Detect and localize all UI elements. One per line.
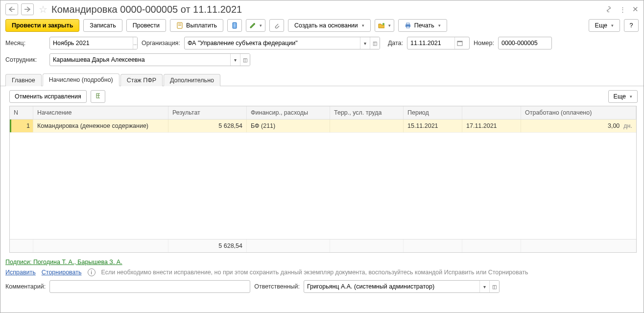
cancel-corrections-button[interactable]: Отменить исправления <box>9 90 87 103</box>
employee-input[interactable] <box>50 54 230 66</box>
doc-icon-button[interactable] <box>227 19 242 32</box>
number-label: Номер: <box>474 40 494 47</box>
comment-label: Комментарий: <box>5 283 46 290</box>
print-button[interactable]: Печать ▾ <box>398 19 447 32</box>
org-label: Организация: <box>142 40 180 47</box>
kebab-menu-icon[interactable]: ⋮ <box>620 6 625 13</box>
page-title: Командировка 0000-000005 от 11.11.2021 <box>51 4 242 15</box>
cell-period-to: 17.11.2021 <box>462 120 521 132</box>
create-based-on-button[interactable]: Создать на основании ▾ <box>288 19 371 32</box>
col-period-to[interactable] <box>462 106 521 119</box>
employee-label: Сотрудник: <box>5 56 46 63</box>
col-period-from[interactable]: Период <box>404 106 462 119</box>
post-button[interactable]: Провести <box>126 19 166 32</box>
nav-forward-button[interactable] <box>21 3 34 15</box>
org-dropdown-button[interactable]: ▾ <box>360 37 370 49</box>
svg-rect-14 <box>457 41 462 42</box>
info-icon: i <box>88 268 95 276</box>
svg-rect-12 <box>406 26 409 28</box>
hint-text: Если необходимо внести исправление, но п… <box>101 269 528 276</box>
nav-back-button[interactable] <box>5 3 18 15</box>
table-settings-button[interactable] <box>91 90 105 103</box>
folder-gear-icon <box>378 22 384 29</box>
responsible-dropdown-button[interactable]: ▾ <box>479 281 489 292</box>
table-add-icon <box>96 93 100 100</box>
col-finance[interactable]: Финансир., расходы <box>247 106 330 119</box>
tab-more-button[interactable]: Еще ▾ <box>608 90 638 103</box>
calendar-icon <box>457 40 463 46</box>
save-button[interactable]: Записать <box>83 19 122 32</box>
col-worked[interactable]: Отработано (оплачено) <box>521 106 636 119</box>
org-open-button[interactable]: ◫ <box>370 37 380 49</box>
responsible-input[interactable] <box>304 281 479 292</box>
favorite-star-icon[interactable]: ☆ <box>39 3 48 15</box>
arrow-right-icon <box>24 7 30 12</box>
link-icon[interactable] <box>605 5 613 13</box>
printer-icon <box>405 22 411 29</box>
number-input[interactable] <box>499 37 551 49</box>
document-pay-icon <box>176 22 183 29</box>
accruals-table: N Начисление Результат Финансир., расход… <box>9 106 637 253</box>
month-input[interactable] <box>50 37 133 49</box>
pay-button[interactable]: Выплатить <box>170 19 223 32</box>
date-calendar-button[interactable] <box>454 37 464 49</box>
more-button[interactable]: Еще ▾ <box>589 19 620 32</box>
svg-rect-11 <box>406 23 409 24</box>
col-accrual[interactable]: Начисление <box>33 106 168 119</box>
footer-result-total: 5 628,54 <box>168 240 247 252</box>
col-terr[interactable]: Терр., усл. труда <box>330 106 404 119</box>
table-row[interactable]: 1 Командировка (денежное содержание) 5 6… <box>10 120 636 133</box>
cell-accrual: Командировка (денежное содержание) <box>33 120 168 132</box>
attach-icon-button[interactable] <box>269 19 284 32</box>
month-label: Месяц: <box>5 40 46 47</box>
cell-result: 5 628,54 <box>168 120 247 132</box>
date-input[interactable] <box>407 37 454 49</box>
help-button[interactable]: ? <box>624 19 639 32</box>
employee-open-button[interactable]: ◫ <box>240 54 250 66</box>
close-icon[interactable]: ✕ <box>632 5 639 14</box>
tab-extra[interactable]: Дополнительно <box>164 74 220 86</box>
cell-worked: 3,00 дн. <box>521 120 636 132</box>
comment-input[interactable] <box>50 281 250 292</box>
signatures-link[interactable]: Подписи: Погодина Т. А., Барышева З. А. <box>5 259 122 265</box>
document-icon <box>231 22 238 29</box>
svg-point-9 <box>382 23 384 25</box>
folder-icon-button[interactable]: ▾ <box>375 19 394 32</box>
edit-icon-button[interactable]: ▾ <box>246 19 265 32</box>
tab-accruals[interactable]: Начислено (подробно) <box>43 73 119 86</box>
employee-dropdown-button[interactable]: ▾ <box>230 54 240 66</box>
post-and-close-button[interactable]: Провести и закрыть <box>5 19 79 32</box>
col-n[interactable]: N <box>10 106 33 119</box>
tab-pfr[interactable]: Стаж ПФР <box>120 74 163 86</box>
cell-terr <box>330 120 404 132</box>
cell-finance: БФ (211) <box>247 120 330 132</box>
fix-link[interactable]: Исправить <box>5 269 36 276</box>
month-ellipsis-button[interactable]: … <box>133 37 138 49</box>
cell-n: 1 <box>10 120 33 132</box>
org-input[interactable] <box>185 37 360 49</box>
col-result[interactable]: Результат <box>168 106 247 119</box>
tab-main[interactable]: Главное <box>5 74 42 86</box>
pencil-icon <box>249 22 256 29</box>
arrow-left-icon <box>9 7 15 12</box>
responsible-open-button[interactable]: ◫ <box>489 281 499 292</box>
date-label: Дата: <box>388 40 403 47</box>
cell-period-from: 15.11.2021 <box>404 120 462 132</box>
responsible-label: Ответственный: <box>254 283 300 290</box>
storno-link[interactable]: Сторнировать <box>42 269 82 276</box>
paperclip-icon <box>273 22 280 29</box>
